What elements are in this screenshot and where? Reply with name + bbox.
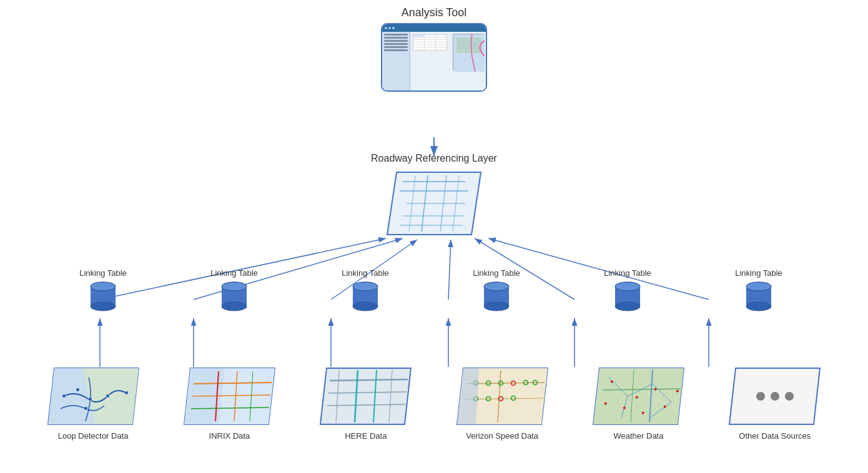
svg-text:✦: ✦: [641, 410, 646, 416]
verizon-map: [454, 365, 551, 427]
svg-rect-55: [89, 397, 92, 401]
svg-text:✦: ✦: [663, 404, 668, 410]
inrix-map: [181, 365, 278, 427]
svg-rect-57: [125, 391, 128, 394]
data-source-other: Other Data Sources: [722, 365, 828, 441]
roadway-label: Roadway Referencing Layer: [371, 153, 497, 164]
tool-bar-dot: [385, 27, 387, 29]
data-source-inrix: INRIX Data: [176, 365, 282, 441]
svg-point-48: [746, 302, 771, 311]
cylinder-3: [351, 280, 380, 314]
cylinder-1: [89, 280, 117, 314]
sidebar-line: [384, 37, 408, 39]
svg-rect-56: [106, 394, 109, 397]
svg-rect-53: [62, 394, 66, 397]
svg-text:✦: ✦: [634, 394, 639, 401]
svg-marker-91: [457, 368, 479, 424]
here-map: [317, 365, 414, 427]
svg-point-113: [785, 392, 794, 401]
loop-detector-label: Loop Detector Data: [58, 431, 129, 441]
linking-table-label-5: Linking Table: [604, 268, 651, 278]
svg-point-45: [615, 282, 640, 291]
linking-table-label-6: Linking Table: [735, 268, 782, 278]
linking-table-label-4: Linking Table: [473, 268, 520, 278]
cylinder-5: [613, 280, 642, 314]
linking-table-label-3: Linking Table: [342, 268, 389, 278]
mini-map: [453, 34, 484, 71]
svg-point-37: [353, 282, 378, 291]
tool-sidebar: [382, 32, 410, 90]
cylinder-2: [220, 280, 249, 314]
data-source-loop-detector: Loop Detector Data: [40, 365, 146, 441]
svg-point-40: [484, 302, 509, 311]
cylinder-6: [744, 280, 773, 314]
tool-bar-dot: [392, 27, 395, 29]
mini-table: [413, 34, 447, 51]
linking-table-item-2: Linking Table: [210, 268, 258, 314]
other-label: Other Data Sources: [739, 431, 811, 441]
svg-point-36: [353, 302, 378, 311]
svg-point-28: [91, 302, 116, 311]
analysis-tool-label: Analysis Tool: [402, 6, 467, 19]
linking-table-item-3: Linking Table: [342, 268, 389, 314]
here-label: HERE Data: [345, 431, 387, 441]
sidebar-line: [384, 43, 408, 45]
svg-rect-15: [456, 37, 481, 53]
other-map: [726, 365, 823, 427]
data-source-verizon: Verizon Speed Data: [449, 365, 555, 441]
weather-map: ✦ ✦ ✦ ✦ ✦ ✦ ✦ ✦: [590, 365, 687, 427]
linking-table-label-2: Linking Table: [210, 268, 258, 278]
svg-marker-68: [320, 368, 411, 424]
svg-text:✦: ✦: [609, 379, 614, 385]
data-source-weather: ✦ ✦ ✦ ✦ ✦ ✦ ✦ ✦ Weather Data: [585, 365, 691, 441]
data-sources-row: Loop Detector Data INRIX Data: [0, 365, 868, 441]
sidebar-line: [384, 40, 408, 42]
tool-content: [382, 32, 486, 90]
cylinder-4: [482, 280, 511, 314]
svg-point-44: [615, 302, 640, 311]
analysis-tool-box: [381, 23, 487, 92]
verizon-label: Verizon Speed Data: [466, 431, 538, 441]
svg-point-112: [771, 392, 779, 401]
svg-text:✦: ✦: [653, 386, 658, 393]
linking-table-item-1: Linking Table: [79, 268, 127, 314]
sidebar-line: [384, 34, 408, 36]
svg-point-41: [484, 282, 509, 291]
svg-text:✦: ✦: [675, 388, 680, 394]
data-source-here: HERE Data: [313, 365, 419, 441]
sidebar-line: [384, 49, 408, 51]
inrix-label: INRIX Data: [209, 431, 250, 441]
svg-point-33: [222, 282, 247, 291]
tool-main: [410, 32, 486, 90]
svg-text:✦: ✦: [622, 405, 627, 411]
tool-bar-dot: [388, 27, 391, 29]
svg-point-111: [756, 392, 765, 401]
svg-text:✦: ✦: [603, 401, 608, 407]
tool-bar: [382, 24, 486, 32]
svg-point-32: [222, 302, 247, 311]
tool-inner: [382, 24, 486, 90]
sidebar-line: [384, 46, 408, 48]
linking-tables-row: Linking Table Linking Table: [0, 268, 868, 314]
svg-point-29: [91, 282, 116, 291]
weather-label: Weather Data: [613, 431, 663, 441]
roadway-map-svg: [384, 169, 484, 238]
svg-rect-58: [84, 407, 87, 410]
table-row: [413, 47, 446, 50]
linking-table-label-1: Linking Table: [79, 268, 127, 278]
svg-point-49: [746, 282, 771, 291]
roadway-section: Roadway Referencing Layer: [371, 153, 497, 238]
loop-detector-map: [45, 365, 142, 427]
diagram-container: Analysis Tool: [0, 0, 868, 473]
roadway-parallelogram: [384, 169, 484, 238]
linking-table-item-4: Linking Table: [473, 268, 520, 314]
linking-table-item-6: Linking Table: [735, 268, 782, 314]
linking-table-item-5: Linking Table: [604, 268, 651, 314]
mini-map-svg: [453, 34, 485, 72]
analysis-tool-section: Analysis Tool: [381, 6, 487, 92]
svg-rect-54: [76, 388, 79, 391]
